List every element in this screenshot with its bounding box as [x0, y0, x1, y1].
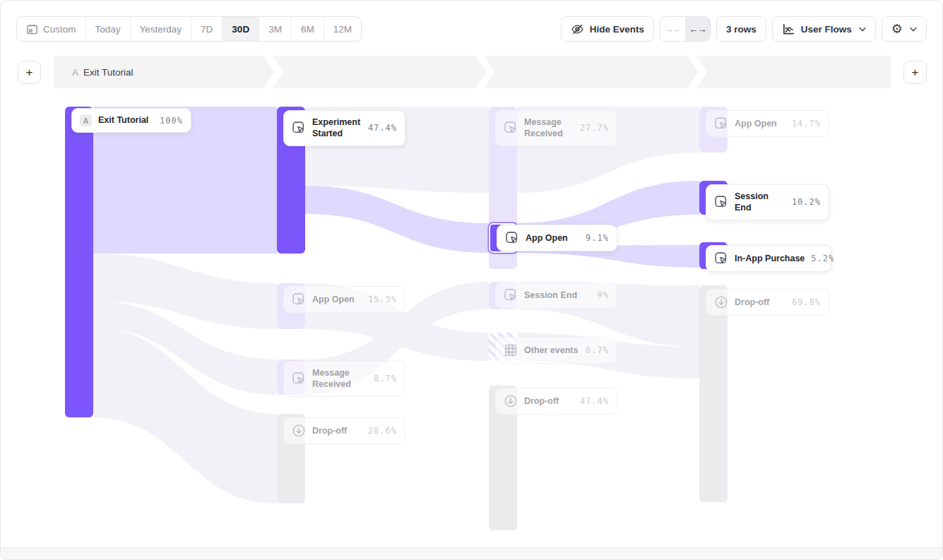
- node-label: Session End: [524, 290, 591, 301]
- band-chevron-icon: [687, 56, 708, 88]
- event-icon: [505, 231, 519, 245]
- drop-off-icon: [292, 424, 306, 438]
- date-yesterday-label: Yesterday: [140, 24, 182, 35]
- node-card-session-end[interactable]: Session End 9%: [495, 282, 617, 309]
- node-value: 47.4%: [580, 396, 609, 406]
- date-3m-button[interactable]: 3M: [259, 17, 291, 41]
- event-icon: [714, 251, 728, 266]
- date-today-label: Today: [95, 24, 121, 35]
- step-label: AExit Tutorial: [72, 67, 134, 78]
- user-flows-chart-icon: [782, 23, 795, 36]
- date-6m-button[interactable]: 6M: [291, 17, 324, 41]
- node-card-drop-off[interactable]: Drop-off 47.4%: [495, 388, 617, 415]
- node-card-drop-off[interactable]: Drop-off 28.6%: [283, 417, 405, 444]
- date-6m-label: 6M: [301, 24, 314, 35]
- plus-icon: +: [912, 66, 919, 80]
- node-label: Experiment Started: [312, 117, 362, 140]
- user-flows-app: Custom Today Yesterday 7D 30D 3M 6M 12M …: [0, 0, 943, 560]
- plus-icon: +: [26, 66, 33, 80]
- node-label: Drop-off: [524, 395, 574, 407]
- event-icon: [714, 117, 728, 131]
- node-value: 28.6%: [368, 426, 397, 436]
- step-a-badge: A: [80, 114, 92, 126]
- chevron-down-icon: [910, 27, 917, 32]
- node-card-experiment-started[interactable]: Experiment Started 47.4%: [283, 110, 405, 146]
- node-bar-drop-off[interactable]: [699, 285, 728, 502]
- node-value: 15.3%: [368, 294, 397, 304]
- toolbar-right: Hide Events →← ←→ 3 rows User Flows: [561, 16, 927, 42]
- view-selector-label: User Flows: [801, 24, 852, 35]
- date-yesterday-button[interactable]: Yesterday: [130, 17, 191, 41]
- add-step-left-button[interactable]: +: [18, 61, 41, 84]
- node-value: 100%: [160, 116, 183, 126]
- node-bar-exit-tutorial[interactable]: [65, 107, 93, 417]
- node-value: 6.7%: [586, 345, 609, 355]
- node-label: Message Received: [312, 367, 367, 391]
- add-step-right-button[interactable]: +: [903, 61, 927, 84]
- node-value: 27.7%: [580, 123, 609, 133]
- width-toggle-group: →← ←→: [660, 16, 711, 42]
- node-card-session-end[interactable]: Session End 10.2%: [706, 184, 829, 220]
- band-chevron-icon: [263, 56, 284, 88]
- sankey-stage: A Exit Tutorial 100% Experiment Started …: [1, 93, 943, 548]
- node-card-message-received[interactable]: Message Received 8.7%: [283, 361, 405, 397]
- date-3m-label: 3M: [268, 24, 282, 35]
- node-value: 69.8%: [792, 297, 821, 307]
- flow-highlight-experiment-to-appopen: [305, 186, 489, 253]
- node-card-app-open[interactable]: App Open 14.7%: [706, 110, 829, 137]
- node-value: 5.2%: [811, 254, 834, 263]
- date-custom-label: Custom: [43, 24, 76, 35]
- node-value: 14.7%: [792, 119, 821, 129]
- node-card-message-received[interactable]: Message Received 27.7%: [495, 110, 617, 146]
- band-chevron-icon: [475, 56, 496, 88]
- toolbar: Custom Today Yesterday 7D 30D 3M 6M 12M …: [16, 16, 927, 42]
- node-label: Other events: [524, 345, 579, 356]
- node-label: Session End: [735, 191, 785, 214]
- view-selector-button[interactable]: User Flows: [772, 16, 876, 42]
- step-title: Exit Tutorial: [83, 67, 134, 78]
- event-icon: [504, 121, 518, 135]
- event-icon: [292, 121, 306, 135]
- date-7d-button[interactable]: 7D: [191, 17, 222, 41]
- event-icon: [292, 292, 306, 306]
- date-30d-button[interactable]: 30D: [222, 17, 259, 41]
- settings-button[interactable]: ⚙: [882, 16, 927, 42]
- funnel-band[interactable]: AExit Tutorial: [54, 56, 891, 88]
- node-label: In-App Purchase: [735, 253, 805, 264]
- date-custom-button[interactable]: Custom: [17, 17, 85, 41]
- collapse-icon: →←: [665, 24, 682, 35]
- event-icon: [504, 288, 518, 302]
- node-label: Drop-off: [312, 425, 362, 436]
- eye-off-icon: [571, 23, 584, 36]
- expand-icon: ←→: [689, 24, 706, 35]
- date-12m-button[interactable]: 12M: [324, 17, 361, 41]
- step-prefix: A: [72, 67, 78, 78]
- date-12m-label: 12M: [333, 24, 352, 35]
- footer-strip: [1, 547, 942, 559]
- date-today-button[interactable]: Today: [85, 17, 130, 41]
- sankey-flows: [1, 93, 943, 548]
- rows-button[interactable]: 3 rows: [716, 16, 766, 42]
- node-label: Exit Tutorial: [98, 114, 153, 126]
- gear-icon: ⚙: [891, 23, 903, 35]
- collapse-columns-button[interactable]: →←: [660, 17, 685, 41]
- grid-icon: [504, 343, 518, 357]
- hide-events-label: Hide Events: [590, 24, 644, 35]
- node-card-exit-tutorial[interactable]: A Exit Tutorial 100%: [71, 108, 191, 133]
- expand-columns-button[interactable]: ←→: [685, 17, 710, 41]
- node-card-app-open-selected[interactable]: App Open 9.1%: [497, 225, 617, 251]
- node-card-other-events[interactable]: Other events 6.7%: [495, 337, 617, 364]
- node-card-in-app-purchase[interactable]: In-App Purchase 5.2%: [706, 245, 831, 272]
- drop-off-icon: [714, 295, 728, 309]
- node-label: Message Received: [524, 117, 574, 140]
- date-range-group: Custom Today Yesterday 7D 30D 3M 6M 12M: [16, 16, 362, 42]
- node-label: App Open: [735, 118, 785, 129]
- node-label: Drop-off: [735, 297, 785, 308]
- node-card-drop-off[interactable]: Drop-off 69.8%: [706, 289, 829, 316]
- node-value: 8.7%: [374, 374, 397, 383]
- node-card-app-open[interactable]: App Open 15.3%: [283, 286, 405, 313]
- date-30d-label: 30D: [232, 24, 249, 35]
- node-label: App Open: [526, 232, 579, 244]
- hide-events-button[interactable]: Hide Events: [561, 16, 654, 42]
- node-value: 47.4%: [368, 123, 397, 133]
